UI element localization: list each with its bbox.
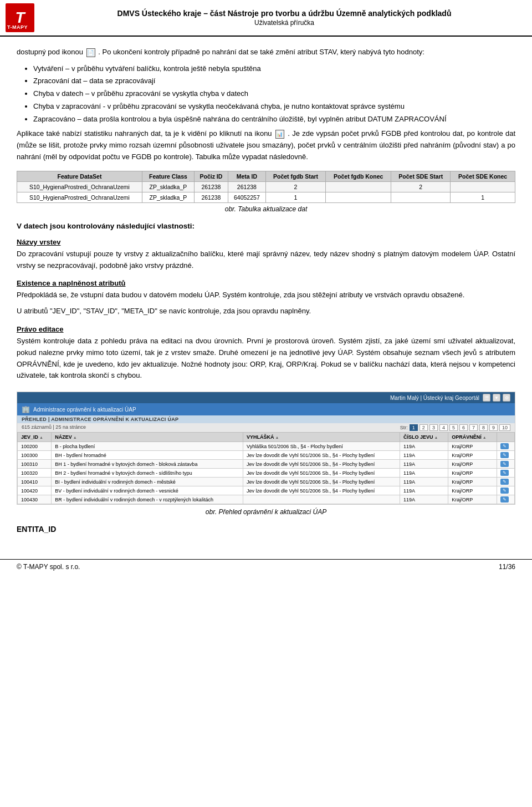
intro-paragraph: dostupný pod ikonou 📄 . Po ukončení kont… [17, 47, 515, 58]
ui-cell-vyhlaska-1: Vyhláška 501/2006 Sb., §4 - Plochy bydle… [243, 442, 400, 451]
page-btn-10[interactable]: 10 [499, 424, 510, 431]
ui-table-row: 100410 BI - bydlení individuální v rodin… [18, 478, 515, 486]
edit-btn-2[interactable]: ✎ [500, 452, 509, 458]
ui-table-row: 100310 BH 1 - bydlení hromadné v bytovýc… [18, 460, 515, 469]
ui-cell-opravneni-3: Kraj/ORP [448, 460, 497, 469]
ui-cell-jev-5: 100410 [18, 478, 52, 486]
bullet-item-4: Chyba v zapracování - v průběhu zpracová… [33, 101, 515, 113]
edit-btn-5[interactable]: ✎ [500, 479, 509, 485]
ui-cell-nazev-3: BH 1 - bydlení hromadné v bytových domec… [52, 460, 243, 469]
ui-cell-opravneni-7: Kraj/ORP [448, 495, 497, 504]
ui-cell-action-6[interactable]: ✎ [497, 486, 514, 495]
window-icon: 🏢 [22, 405, 30, 413]
stats-paragraph: Aplikace také nabízí statistiku nahranýc… [17, 128, 515, 163]
ui-info-bar: 615 záznamů | 25 na stránce Str: 1 2 3 4… [17, 423, 515, 432]
ui-col-nazev[interactable]: NÁZEV [52, 433, 243, 442]
ui-cell-opravneni-1: Kraj/ORP [448, 442, 497, 451]
ui-data-table: JEV_ID NÁZEV VYHLÁŠKÁ ČÍSLO JEVU OPRÁVNĚ… [17, 432, 515, 504]
ui-cell-nazev-2: BH - bydlení hromadné [52, 451, 243, 460]
ui-col-cislo-jevu[interactable]: ČÍSLO JEVU [400, 433, 448, 442]
subsection-text-2b: U atributů "JEV_ID", "STAV_ID", "META_ID… [17, 306, 515, 317]
cell-sde-konec-1 [451, 181, 515, 192]
document-icon: 📄 [86, 48, 95, 57]
ui-cell-action-2[interactable]: ✎ [497, 451, 514, 460]
window-titlebar: 🏢 Administrace oprávnění k aktualizaci Ú… [17, 403, 515, 415]
ui-pagination[interactable]: Str: 1 2 3 4 5 6 7 8 9 10 [400, 424, 510, 431]
cell-class-1: ZP_skladka_P [142, 181, 194, 192]
page-btn-8[interactable]: 8 [479, 424, 488, 431]
ui-cell-nazev-1: B - plocha bydlení [52, 442, 243, 451]
ui-cell-cislo-1: 119A [400, 442, 448, 451]
menu-icon[interactable]: ☰ [483, 394, 490, 402]
page-header: T T-MAPY DMVS Ústeckého kraje – část Nás… [0, 0, 532, 37]
edit-btn-6[interactable]: ✎ [500, 488, 509, 494]
window-title: Administrace oprávnění k aktualizaci ÚAP [33, 407, 136, 413]
ui-topbar: Martin Malý | Ústecký kraj Geoportál ☰ ▼… [17, 392, 515, 403]
ui-col-vyhlaska[interactable]: VYHLÁŠKÁ [243, 433, 400, 442]
col-header-sde-konec: Počet SDE Konec [451, 171, 515, 181]
page-btn-3[interactable]: 3 [429, 424, 438, 431]
ui-table-row: 100420 BV - bydlení individuální v rodin… [18, 486, 515, 495]
filter-icon[interactable]: ▼ [493, 394, 500, 402]
page-btn-4[interactable]: 4 [439, 424, 448, 431]
data-table: Feature DataSet Feature Class Počiz ID M… [17, 171, 515, 203]
edit-btn-1[interactable]: ✎ [500, 443, 509, 449]
ui-cell-action-3[interactable]: ✎ [497, 460, 514, 469]
footer-company: © T-MAPY spol. s r.o. [17, 563, 80, 571]
col-header-class: Feature Class [142, 171, 194, 181]
ui-cell-nazev-5: BI - bydlení individuální v rodinných do… [52, 478, 243, 486]
cell-sde-start-1: 2 [391, 181, 451, 192]
cell-dataset-2: S10_HygienaProstredi_OchranaUzemi [17, 192, 142, 202]
ui-cell-jev-1: 100200 [18, 442, 52, 451]
ui-cell-cislo-7: 119A [400, 495, 448, 504]
stats-intro-text: Aplikace také nabízí statistiku nahranýc… [17, 129, 272, 138]
bullet-item-3: Chyba v datech – v průběhu zpracování se… [33, 88, 515, 100]
ui-cell-action-7[interactable]: ✎ [497, 495, 514, 504]
ui-cell-cislo-3: 119A [400, 460, 448, 469]
col-header-metaid: Meta ID [228, 171, 265, 181]
page-btn-7[interactable]: 7 [469, 424, 478, 431]
page-footer: © T-MAPY spol. s r.o. 11/36 [0, 559, 532, 574]
bullet-item-2: Zpracování dat – data se zpracovávají [33, 75, 515, 87]
edit-btn-4[interactable]: ✎ [500, 470, 509, 476]
ui-table-header-row: JEV_ID NÁZEV VYHLÁŠKÁ ČÍSLO JEVU OPRÁVNĚ… [18, 433, 515, 442]
ui-cell-cislo-2: 119A [400, 451, 448, 460]
page-btn-1[interactable]: 1 [410, 424, 418, 431]
win-icons: ☰ ▼ ⚙ [483, 394, 510, 402]
ui-cell-action-4[interactable]: ✎ [497, 469, 514, 478]
header-subtitle: Uživatelská příručka [42, 19, 526, 27]
cell-fgdb-start-1: 2 [265, 181, 325, 192]
col-header-sde-start: Počet SDE Start [391, 171, 451, 181]
ui-cell-vyhlaska-5: Jev lze dovodit dle Vyhl 501/2006 Sb., §… [243, 478, 400, 486]
bullet-item-5: Zapracováno – data prošla kontrolou a by… [33, 114, 515, 125]
page-btn-9[interactable]: 9 [489, 424, 498, 431]
table-row: S10_HygienaProstredi_OchranaUzemi ZP_skl… [17, 181, 515, 192]
ui-col-jev-id[interactable]: JEV_ID [18, 433, 52, 442]
record-count: 615 záznamů | 25 na stránce [22, 424, 86, 431]
bullet-list: Vytváření – v průběhu vytváření balíčku,… [33, 63, 515, 125]
edit-btn-7[interactable]: ✎ [500, 496, 509, 503]
edit-btn-3[interactable]: ✎ [500, 461, 509, 467]
ui-cell-opravneni-6: Kraj/ORP [448, 486, 497, 495]
entita-heading: ENTITA_ID [17, 525, 515, 534]
ui-cell-opravneni-4: Kraj/ORP [448, 469, 497, 478]
ui-cell-action-5[interactable]: ✎ [497, 478, 514, 486]
ui-screenshot: Martin Malý | Ústecký kraj Geoportál ☰ ▼… [17, 392, 515, 505]
ui-cell-nazev-4: BH 2 - bydlení hromadné v bytových domec… [52, 469, 243, 478]
ui-topbar-right: Martin Malý | Ústecký kraj Geoportál ☰ ▼… [390, 394, 510, 402]
col-header-fgdb-konec: Počet fgdb Konec [326, 171, 391, 181]
ui-col-opravneni[interactable]: OPRÁVNĚNÍ [448, 433, 497, 442]
page-btn-6[interactable]: 6 [459, 424, 468, 431]
page-btn-5[interactable]: 5 [449, 424, 458, 431]
subsection-heading-1: Názvy vrstev [17, 238, 515, 246]
cell-class-2: ZP_skladka_P [142, 192, 194, 202]
settings-icon[interactable]: ⚙ [503, 394, 510, 402]
ui-cell-action-1[interactable]: ✎ [497, 442, 514, 451]
col-header-fgdb-start: Počet fgdb Start [265, 171, 325, 181]
ui-cell-nazev-6: BV - bydlení individuální v rodinných do… [52, 486, 243, 495]
logo-company-small: T-MAPY [7, 24, 28, 30]
ui-table-row: 100300 BH - bydlení hromadné Jev lze dov… [18, 451, 515, 460]
subsection-text-3: Systém kontroluje data z pohledu práva n… [17, 336, 515, 382]
page-btn-2[interactable]: 2 [420, 424, 428, 431]
ui-cell-vyhlaska-7 [243, 495, 400, 504]
